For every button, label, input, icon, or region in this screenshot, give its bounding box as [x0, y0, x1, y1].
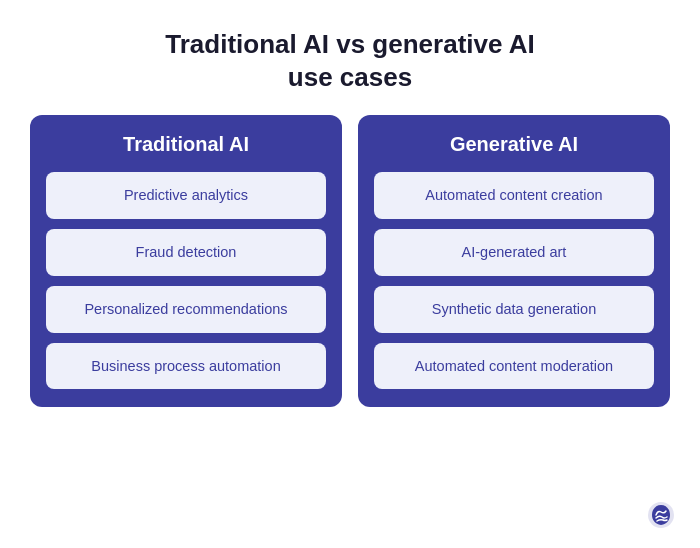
list-item: Personalized recommendations: [46, 286, 326, 333]
comparison-columns: Traditional AI Predictive analytics Frau…: [30, 115, 670, 407]
list-item: Predictive analytics: [46, 172, 326, 219]
list-item: Synthetic data generation: [374, 286, 654, 333]
generative-ai-column: Generative AI Automated content creation…: [358, 115, 670, 407]
list-item: Business process automation: [46, 343, 326, 390]
list-item: AI-generated art: [374, 229, 654, 276]
list-item: Fraud detection: [46, 229, 326, 276]
traditional-ai-header: Traditional AI: [46, 133, 326, 156]
traditional-ai-column: Traditional AI Predictive analytics Frau…: [30, 115, 342, 407]
generative-ai-header: Generative AI: [374, 133, 654, 156]
logo: [646, 500, 676, 534]
list-item: Automated content creation: [374, 172, 654, 219]
page-title: Traditional AI vs generative AI use case…: [165, 28, 534, 93]
list-item: Automated content moderation: [374, 343, 654, 390]
